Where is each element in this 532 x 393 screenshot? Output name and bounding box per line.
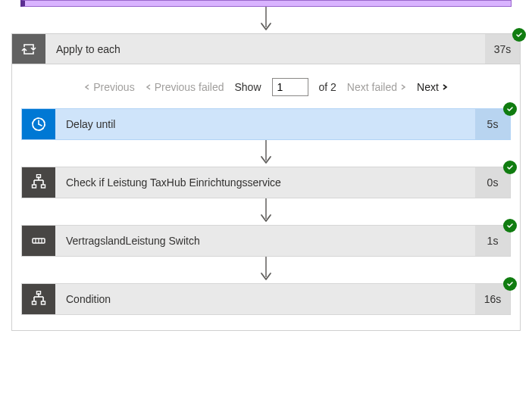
pager-previous[interactable]: Previous (84, 81, 134, 93)
apply-to-each-header[interactable]: Apply to each 37s (12, 34, 520, 64)
step-icon (22, 284, 55, 314)
svg-rect-25 (37, 292, 41, 295)
pager-next-label: Next (417, 81, 439, 93)
pager-previous-label: Previous (93, 81, 134, 93)
success-badge (503, 161, 517, 174)
arrow-connector (11, 7, 521, 33)
arrow-connector (21, 140, 511, 167)
arrow-connector (21, 257, 511, 283)
svg-line-4 (39, 124, 42, 126)
success-badge (503, 102, 517, 116)
iteration-pager: Previous Previous failed Show of 2 Next … (21, 78, 511, 96)
step-icon (22, 167, 55, 198)
pager-show-label: Show (234, 81, 261, 93)
arrow-connector (21, 198, 511, 225)
pager-next-failed[interactable]: Next failed (347, 81, 406, 93)
svg-rect-23 (33, 301, 36, 304)
pager-previous-failed-label: Previous failed (155, 81, 224, 93)
step-icon (22, 109, 55, 139)
success-badge (503, 277, 517, 291)
apply-to-each-card[interactable]: Apply to each 37s Previous Previous fail… (11, 33, 521, 331)
pager-of-text: of 2 (319, 81, 336, 93)
previous-step-stub (20, 0, 512, 7)
step-card[interactable]: Delay until5s (21, 108, 511, 140)
step-title: Check if Leistung TaxHub Einrichtungsser… (55, 167, 475, 198)
step-card[interactable]: Condition16s (21, 283, 511, 315)
apply-to-each-body: Previous Previous failed Show of 2 Next … (12, 64, 520, 330)
pager-next[interactable]: Next (417, 81, 448, 93)
svg-rect-12 (37, 175, 41, 178)
success-badge (512, 28, 526, 42)
step-icon (22, 226, 55, 256)
step-title: VertragslandLeistung Switch (55, 226, 475, 256)
pager-next-failed-label: Next failed (347, 81, 397, 93)
pager-current-input[interactable] (272, 78, 308, 96)
step-title: Delay until (55, 109, 475, 139)
step-card[interactable]: Check if Leistung TaxHub Einrichtungsser… (21, 167, 511, 198)
step-card[interactable]: VertragslandLeistung Switch1s (21, 225, 511, 257)
success-badge (503, 219, 517, 232)
pager-previous-failed[interactable]: Previous failed (146, 81, 224, 93)
svg-rect-11 (42, 185, 45, 188)
apply-to-each-title: Apply to each (45, 34, 485, 64)
loop-icon (12, 34, 45, 64)
step-title: Condition (55, 284, 475, 314)
svg-rect-10 (33, 185, 36, 188)
svg-rect-24 (42, 301, 45, 304)
